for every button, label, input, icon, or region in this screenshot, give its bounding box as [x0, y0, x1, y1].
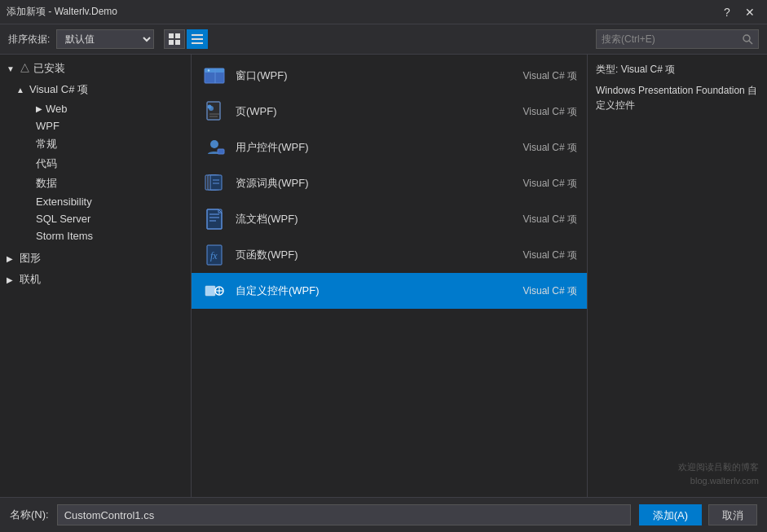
tree-item-sqlserver[interactable]: SQL Server — [0, 210, 191, 227]
visual-csharp-arrow: ▲ — [16, 86, 26, 95]
visual-csharp-label: Visual C# 项 — [29, 82, 88, 97]
dialog-title: 添加新项 - Walterlv.Demo — [7, 5, 117, 19]
title-bar-controls: ? ✕ — [716, 4, 760, 20]
pagefunction-type: Visual C# 项 — [523, 248, 577, 262]
svg-rect-23 — [210, 175, 222, 190]
list-item-pagefunction[interactable]: fx 页函数(WPF) Visual C# 项 — [192, 237, 587, 273]
list-view-button[interactable] — [187, 29, 208, 49]
graphics-label: 图形 — [20, 251, 41, 266]
flowdoc-type: Visual C# 项 — [523, 213, 577, 226]
graphics-arrow: ▶ — [7, 254, 16, 263]
type-info: 类型: Visual C# 项 — [596, 63, 759, 77]
search-button[interactable] — [737, 30, 758, 48]
flowdoc-name: 流文档(WPF) — [236, 212, 515, 226]
list-item-usercontrol[interactable]: 用户控件(WPF) Visual C# 项 — [192, 130, 587, 165]
svg-point-18 — [208, 105, 212, 109]
page-type: Visual C# 项 — [523, 105, 577, 119]
data-label: 数据 — [36, 176, 57, 191]
item-list: 窗口(WPF) Visual C# 项 — [192, 55, 587, 312]
svg-point-7 — [743, 35, 750, 42]
code-label: 代码 — [36, 156, 57, 171]
sort-label: 排序依据: — [8, 33, 50, 46]
visual-csharp-section[interactable]: ▲ Visual C# 项 — [0, 79, 191, 100]
list-item-window[interactable]: 窗口(WPF) Visual C# 项 — [192, 58, 587, 94]
list-item-flowdoc[interactable]: 流文档(WPF) Visual C# 项 — [192, 201, 587, 237]
search-box — [596, 29, 759, 49]
close-button[interactable]: ✕ — [739, 4, 760, 20]
svg-line-8 — [749, 41, 752, 44]
svg-text:fx: fx — [210, 250, 218, 262]
web-label: Web — [46, 103, 68, 115]
online-arrow: ▶ — [7, 275, 16, 284]
watermark-line1: 欢迎阅读吕毅的博客 — [596, 460, 759, 475]
svg-rect-4 — [192, 34, 203, 36]
list-item-customcontrol[interactable]: 自定义控件(WPF) Visual C# 项 — [192, 273, 587, 309]
list-item-resourcedict[interactable]: 资源词典(WPF) Visual C# 项 — [192, 165, 587, 201]
svg-rect-5 — [192, 38, 203, 40]
online-label: 联机 — [20, 272, 41, 287]
customcontrol-type: Visual C# 项 — [523, 284, 577, 298]
customcontrol-icon — [201, 278, 227, 304]
svg-rect-20 — [218, 149, 224, 154]
extensibility-label: Extensibility — [36, 196, 92, 208]
graphics-section[interactable]: ▶ 图形 — [0, 248, 191, 269]
pagefunction-icon: fx — [201, 242, 227, 268]
watermark-line2: blog.walterlv.com — [596, 474, 759, 489]
search-area — [596, 29, 759, 49]
tree-item-extensibility[interactable]: Extensibility — [0, 193, 191, 210]
svg-rect-3 — [175, 40, 180, 45]
usercontrol-icon — [201, 134, 227, 160]
svg-rect-2 — [169, 40, 174, 45]
add-button[interactable]: 添加(A) — [639, 504, 702, 525]
installed-arrow: ▼ — [7, 64, 16, 73]
content-area: ▼ △ 已安装 ▲ Visual C# 项 ▶ Web WPF 常规 代码 — [0, 55, 767, 497]
pagefunction-name: 页函数(WPF) — [236, 248, 515, 262]
right-panel: 类型: Visual C# 项 Windows Presentation Fou… — [588, 55, 767, 497]
name-label: 名称(N): — [10, 508, 49, 522]
toolbar-row: 排序依据: 默认值 — [0, 24, 767, 55]
window-type: Visual C# 项 — [523, 69, 577, 83]
description-info: Windows Presentation Foundation 自定义控件 — [596, 83, 759, 112]
list-item-page[interactable]: 页(WPF) Visual C# 项 — [192, 94, 587, 130]
tree-item-general[interactable]: 常规 — [0, 134, 191, 154]
tree-item-code[interactable]: 代码 — [0, 154, 191, 174]
search-input[interactable] — [597, 32, 737, 46]
dialog: 排序依据: 默认值 — [0, 24, 767, 532]
tree-item-wpf[interactable]: WPF — [0, 117, 191, 134]
page-name: 页(WPF) — [236, 104, 515, 119]
sort-select[interactable]: 默认值 — [56, 29, 154, 49]
svg-point-12 — [208, 69, 209, 71]
middle-panel: 窗口(WPF) Visual C# 项 — [192, 55, 588, 497]
window-icon — [201, 63, 227, 89]
right-panel-info: 类型: Visual C# 项 Windows Presentation Fou… — [596, 63, 759, 116]
tree-item-storm[interactable]: Storm Items — [0, 227, 191, 244]
svg-rect-1 — [175, 33, 180, 38]
resourcedict-type: Visual C# 项 — [523, 177, 577, 191]
bottom-buttons: 添加(A) 取消 — [639, 504, 757, 525]
grid-view-button[interactable] — [164, 29, 185, 49]
tree-item-web[interactable]: ▶ Web — [0, 100, 191, 117]
view-icons — [164, 29, 208, 49]
sqlserver-label: SQL Server — [36, 213, 90, 225]
wpf-label: WPF — [36, 120, 60, 132]
left-panel: ▼ △ 已安装 ▲ Visual C# 项 ▶ Web WPF 常规 代码 — [0, 55, 192, 497]
bottom-bar: 名称(N): 添加(A) 取消 — [0, 497, 767, 532]
svg-point-19 — [210, 140, 218, 148]
usercontrol-type: Visual C# 项 — [523, 141, 577, 155]
name-input[interactable] — [57, 504, 631, 525]
window-name: 窗口(WPF) — [236, 68, 515, 83]
help-button[interactable]: ? — [716, 4, 738, 20]
usercontrol-name: 用户控件(WPF) — [236, 140, 515, 155]
customcontrol-name: 自定义控件(WPF) — [236, 284, 515, 298]
installed-section[interactable]: ▼ △ 已安装 — [0, 58, 191, 79]
resourcedict-icon — [201, 170, 227, 196]
svg-rect-6 — [192, 42, 203, 44]
cancel-button[interactable]: 取消 — [708, 504, 757, 525]
resourcedict-name: 资源词典(WPF) — [236, 176, 515, 191]
title-bar: 添加新项 - Walterlv.Demo ? ✕ — [0, 0, 767, 24]
svg-rect-0 — [169, 33, 174, 38]
watermark: 欢迎阅读吕毅的博客 blog.walterlv.com — [596, 460, 759, 489]
web-arrow: ▶ — [36, 104, 42, 113]
tree-item-data[interactable]: 数据 — [0, 174, 191, 193]
online-section[interactable]: ▶ 联机 — [0, 269, 191, 290]
